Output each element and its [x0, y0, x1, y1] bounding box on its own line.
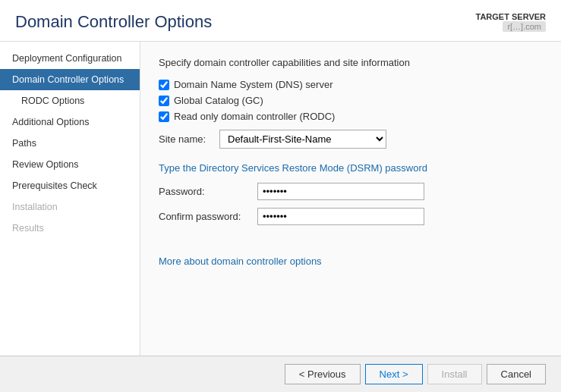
- checkbox-dns-row: Domain Name System (DNS) server: [159, 79, 543, 90]
- sidebar-item-additional-options[interactable]: Additional Options: [0, 111, 140, 133]
- password-row: Password:: [159, 183, 543, 200]
- site-name-select[interactable]: Default-First-Site-Name: [219, 130, 386, 149]
- main-area: Deployment Configuration Domain Controll…: [0, 42, 561, 356]
- sidebar-item-paths[interactable]: Paths: [0, 133, 140, 154]
- sidebar-item-deployment-configuration[interactable]: Deployment Configuration: [0, 48, 140, 69]
- dsrm-title: Type the Directory Services Restore Mode…: [159, 162, 543, 174]
- dns-label[interactable]: Domain Name System (DNS) server: [174, 79, 333, 90]
- cancel-button[interactable]: Cancel: [487, 364, 546, 384]
- password-label: Password:: [159, 186, 257, 197]
- dns-checkbox[interactable]: [159, 80, 169, 90]
- target-server-value: r[…].com: [503, 21, 546, 32]
- password-input[interactable]: [257, 183, 424, 200]
- rodc-checkbox[interactable]: [159, 111, 169, 122]
- checkbox-gc-row: Global Catalog (GC): [159, 95, 543, 106]
- sidebar-item-prerequisites-check[interactable]: Prerequisites Check: [0, 175, 140, 196]
- previous-button[interactable]: < Previous: [285, 364, 361, 384]
- more-link[interactable]: More about domain controller options: [159, 233, 543, 267]
- sidebar-item-results: Results: [0, 218, 140, 239]
- page-title: Domain Controller Options: [15, 12, 212, 32]
- next-button[interactable]: Next >: [365, 364, 423, 384]
- rodc-label[interactable]: Read only domain controller (RODC): [174, 111, 335, 122]
- site-name-label: Site name:: [159, 133, 219, 145]
- sidebar-item-domain-controller-options[interactable]: Domain Controller Options: [0, 69, 140, 90]
- site-name-row: Site name: Default-First-Site-Name: [159, 130, 543, 149]
- checkbox-rodc-row: Read only domain controller (RODC): [159, 111, 543, 122]
- target-server-label: TARGET SERVER: [476, 12, 547, 21]
- sidebar: Deployment Configuration Domain Controll…: [0, 42, 140, 356]
- sidebar-item-review-options[interactable]: Review Options: [0, 154, 140, 175]
- content-description: Specify domain controller capabilities a…: [159, 57, 543, 68]
- content-area: Specify domain controller capabilities a…: [140, 42, 561, 356]
- gc-checkbox[interactable]: [159, 96, 169, 106]
- confirm-password-label: Confirm password:: [159, 211, 257, 222]
- header: Domain Controller Options TARGET SERVER …: [0, 0, 561, 42]
- confirm-password-input[interactable]: [257, 208, 424, 225]
- gc-label[interactable]: Global Catalog (GC): [174, 95, 263, 106]
- sidebar-item-rodc-options[interactable]: RODC Options: [0, 90, 140, 111]
- footer: < Previous Next > Install Cancel: [0, 356, 561, 392]
- sidebar-item-installation: Installation: [0, 196, 140, 218]
- install-button[interactable]: Install: [427, 364, 482, 384]
- confirm-password-row: Confirm password:: [159, 208, 543, 225]
- target-server-info: TARGET SERVER r[…].com: [476, 12, 547, 32]
